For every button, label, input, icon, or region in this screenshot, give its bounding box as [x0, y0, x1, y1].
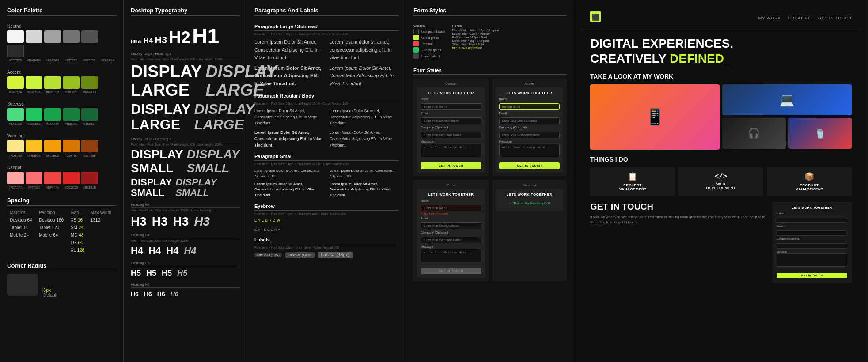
- swatch: [26, 30, 42, 43]
- swatch: [81, 172, 98, 184]
- display-large-section: Display Large / Heading 1 Font: Inter · …: [131, 52, 240, 132]
- display-large-med-italic-2: LARGE: [194, 117, 254, 132]
- display-small-med-italic-1: DISPLAY: [175, 177, 217, 188]
- nav-link-contact[interactable]: GET IN TOUCH: [818, 16, 852, 20]
- work-image-pepsi: 🥤: [788, 118, 852, 149]
- form-card-title-default: LETS WORK TOGETHER: [421, 91, 481, 95]
- color-swatch: [413, 41, 419, 46]
- form-card-title-error: LETS WORK TOGETHER: [421, 192, 481, 196]
- paragraph-large-section: Paragraph Large / Subhead Font: Inter · …: [254, 24, 399, 88]
- paragraph-regular-title: Paragraph Regular / Body: [254, 93, 399, 100]
- h6-preview: H6h5: [131, 39, 141, 44]
- neutral-swatches: [7, 30, 116, 57]
- display-small-med-italic-2: SMALL: [175, 188, 217, 198]
- display-large-med-1: DISPLAY: [131, 102, 191, 117]
- swatch: [44, 108, 61, 121]
- form-styles-panel: Form Styles Colors Background black Acce…: [406, 0, 574, 362]
- work-image-phone: 📱: [590, 84, 720, 150]
- form-card-title-active: LETS WORK TOGETHER: [499, 91, 560, 95]
- name-input-active[interactable]: [499, 103, 560, 110]
- name-input-error[interactable]: [421, 205, 481, 211]
- para-large-text-italic: Lorem Ipsum Dolor Sit Amet, Consectetur …: [330, 64, 399, 88]
- heading-preview-row: H6h5 H4 H3 H2 H1: [131, 24, 240, 48]
- contact-submit-button[interactable]: GET IN TOUCH: [777, 273, 847, 278]
- h6-label: Heading H6: [131, 283, 240, 288]
- danger-section: Danger #FCA5A5 #F87171 #EF4444 #DC2626 #…: [7, 165, 116, 189]
- display-large-text-1: DISPLAY: [131, 63, 202, 81]
- swatch: [81, 30, 98, 43]
- contact-form: LETS WORK TOGETHER Name Email Company (O…: [772, 202, 852, 283]
- work-image-laptop: 💻: [722, 84, 852, 115]
- colors-info: Colors Background black Accent green Err…: [413, 24, 445, 60]
- product-management-icon: 📦: [771, 172, 847, 181]
- email-field-active: Email: [499, 112, 560, 124]
- h3-bold: H3: [173, 215, 189, 229]
- neutral-label: Neutral: [7, 24, 116, 29]
- company-input-default[interactable]: [421, 132, 481, 138]
- paragraph-regular-sub: Font: Inter · Font Size: 16px · Line-hei…: [254, 102, 399, 105]
- h4-regular: H4: [131, 245, 143, 256]
- display-small-section: Display Small / Heading 2 Font: Inter · …: [131, 137, 240, 198]
- label-lg: Label-L (16px): [318, 252, 353, 258]
- company-input-active[interactable]: [499, 132, 560, 138]
- name-input-default[interactable]: [421, 103, 481, 110]
- message-input-default[interactable]: [421, 144, 481, 157]
- contact-name-input[interactable]: [777, 218, 847, 223]
- paragraph-regular-section: Paragraph Regular / Body Font: Inter · F…: [254, 93, 399, 148]
- email-input-error[interactable]: [421, 222, 481, 229]
- contact-left: GET IN TOUCH If you like what you see an…: [590, 202, 767, 283]
- contact-message-field: Message: [777, 250, 847, 268]
- submit-button-error[interactable]: GET IN TOUCH: [421, 268, 481, 274]
- email-input-default[interactable]: [421, 117, 481, 124]
- project-management-icon: 📋: [595, 172, 671, 181]
- eyebrow-text: EYEBROW: [254, 218, 399, 222]
- nav-link-creative[interactable]: CREATIVE: [788, 16, 811, 20]
- email-input-active[interactable]: [499, 117, 560, 124]
- paragraph-large-sub: Font: Inter · Font Size: 20px · Line-hei…: [254, 33, 399, 36]
- form-state-active: Active LETS WORK TOGETHER Name Email Com…: [492, 78, 567, 176]
- display-large-med-2: LARGE: [131, 117, 191, 132]
- swatch: [7, 76, 24, 89]
- swatch: [7, 30, 24, 43]
- portfolio-nav: ⬛ MY WORK CREATIVE GET IN TOUCH: [581, 7, 860, 29]
- label-sm: Label-SM (12px): [254, 253, 282, 257]
- h6-regular: H6: [131, 290, 139, 298]
- form-states-title: Form States: [413, 68, 567, 75]
- para-reg-text-2: Lorem Ipsum Dolor Sit Amet, Consectetur …: [330, 108, 399, 127]
- h5-medium: H5: [146, 269, 156, 278]
- company-input-error[interactable]: [421, 237, 481, 243]
- swatch: [81, 108, 98, 121]
- active-state-label: Active: [496, 82, 564, 86]
- warning-label: Warning: [7, 133, 116, 138]
- hero-title-line1: DIGITAL EXPERIENCES.: [590, 36, 852, 51]
- h6-section: Heading H6 H6 H6 H6 H6: [131, 283, 240, 298]
- swatch: [63, 108, 80, 121]
- submit-button-default[interactable]: GET IN TOUCH: [421, 162, 481, 169]
- h5-bold: H5: [162, 269, 172, 278]
- h3-preview: H3: [155, 34, 167, 46]
- para-small-text-2: Lorem Ipsum Dolor Sit Amet, Consectetur …: [330, 168, 399, 180]
- things-grid: 📋 PROJECTMANAGEMENT </> WEBDEVELOPMENT 📦…: [590, 167, 852, 196]
- success-state-label: Success: [496, 183, 564, 187]
- h4-medium: H4: [148, 245, 161, 256]
- h6-italic: H6: [171, 290, 178, 298]
- h3-section: Heading H3 Inter · Font Size: 40px · Lin…: [131, 203, 240, 229]
- message-input-error[interactable]: [421, 249, 481, 262]
- paragraphs-panel: Paragraphs And Labels Paragraph Large / …: [247, 0, 406, 362]
- form-states-section: Form States Default LETS WORK TOGETHER N…: [413, 68, 567, 281]
- nav-link-work[interactable]: MY WORK: [758, 16, 781, 20]
- labels-title: Labels: [254, 237, 399, 244]
- submit-button-active[interactable]: GET IN TOUCH: [499, 162, 560, 169]
- h4-preview: H4: [143, 37, 153, 45]
- contact-email-input[interactable]: [777, 230, 847, 236]
- message-input-active[interactable]: [499, 144, 560, 157]
- swatch: [81, 140, 98, 152]
- contact-message-input[interactable]: [777, 253, 847, 267]
- para-small-text-bold: Lorem Ipsum Dolor Sit Amet, Consectetur …: [254, 181, 324, 198]
- error-message: ⚠ This field is Required: [421, 212, 481, 215]
- contact-company-input[interactable]: [777, 243, 847, 249]
- message-field-active: Message: [499, 140, 560, 159]
- color-swatch: [413, 29, 419, 34]
- paragraphs-title: Paragraphs And Labels: [254, 7, 399, 16]
- h1-preview: H1: [192, 24, 219, 48]
